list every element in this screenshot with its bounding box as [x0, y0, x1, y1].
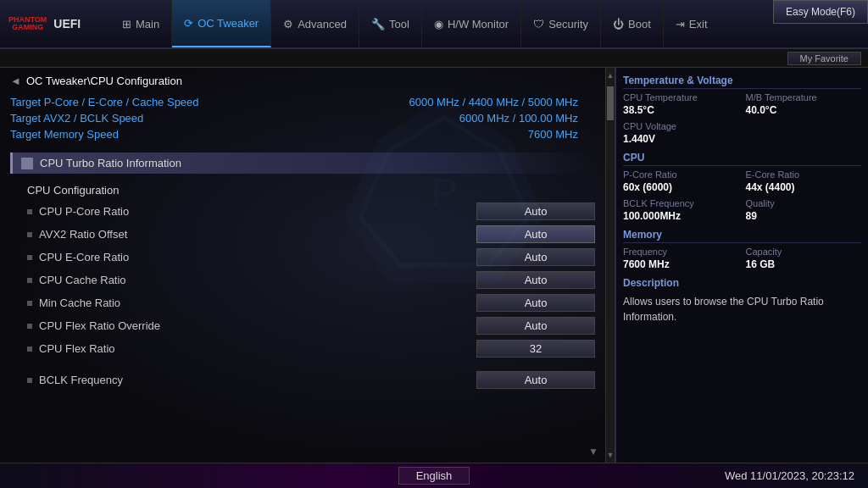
mb-temp-label: M/B Temperature [746, 92, 862, 103]
hw-icon: ◉ [434, 18, 443, 30]
config-label-3: CPU E-Core Ratio [39, 251, 129, 263]
advanced-icon: ⚙ [283, 18, 293, 30]
nav-item-exit[interactable]: ⇥ Exit [664, 0, 720, 47]
desc-text: Allows users to browse the CPU Turbo Rat… [623, 294, 861, 324]
quality-value: 89 [746, 210, 862, 222]
target-label-1: Target P-Core / E-Core / Cache Speed [10, 96, 199, 108]
target-label-2: Target AVX2 / BCLK Speed [10, 112, 143, 125]
row-indicator [27, 278, 32, 283]
target-info: Target P-Core / E-Core / Cache Speed 600… [10, 94, 595, 142]
freq-value: 7600 MHz [623, 258, 739, 270]
right-panel: Temperature & Voltage CPU Temperature M/… [615, 68, 868, 463]
datetime-display: Wed 11/01/2023, 20:23:12 [725, 469, 854, 482]
bottom-bar: English Wed 11/01/2023, 20:23:12 [0, 463, 868, 488]
table-row: CPU Flex Ratio 32 [27, 337, 595, 360]
row-indicator [27, 324, 32, 329]
bclk-row: BCLK Frequency Auto [27, 369, 595, 391]
config-value-5[interactable]: Auto [476, 294, 595, 312]
table-row: CPU Flex Ratio Override Auto [27, 314, 595, 337]
table-row: CPU Cache Ratio Auto [27, 269, 595, 291]
temp-voltage-section: Temperature & Voltage CPU Temperature M/… [623, 75, 861, 145]
breadcrumb-path: OC Tweaker\CPU Configuration [26, 75, 182, 87]
config-label-5: Min Cache Ratio [39, 297, 120, 309]
config-label-7: CPU Flex Ratio [39, 342, 115, 355]
target-row-2: Target AVX2 / BCLK Speed 6000 MHz / 100.… [10, 110, 595, 126]
config-label-4: CPU Cache Ratio [39, 274, 126, 286]
cpu-temp-value: 38.5°C [623, 104, 739, 116]
logo-area: PHANTOM GAMING UEFI [0, 16, 110, 31]
back-arrow[interactable]: ◄ [10, 75, 21, 87]
nav-item-oc-tweaker[interactable]: ⟳ OC Tweaker [172, 0, 271, 47]
config-value-4[interactable]: Auto [476, 271, 595, 289]
section-icon [21, 158, 33, 169]
config-label-2: AVX2 Ratio Offset [39, 228, 127, 241]
table-row: CPU E-Core Ratio Auto [27, 246, 595, 269]
table-row: Min Cache Ratio Auto [27, 291, 595, 314]
nav-item-advanced[interactable]: ⚙ Advanced [271, 0, 359, 47]
target-row-1: Target P-Core / E-Core / Cache Speed 600… [10, 94, 595, 110]
target-row-3: Target Memory Speed 7600 MHz [10, 126, 595, 142]
my-favorite-button[interactable]: My Favorite [787, 52, 861, 65]
bclk-value[interactable]: Auto [476, 371, 595, 389]
bclk-indicator [27, 378, 32, 383]
bclk-label: BCLK Frequency [39, 374, 123, 386]
nav-item-security[interactable]: 🛡 Security [521, 0, 601, 47]
nav-item-main[interactable]: ⊞ Main [110, 0, 172, 47]
quality-label: Quality [746, 198, 862, 208]
breadcrumb: ◄ OC Tweaker\CPU Configuration [10, 75, 595, 87]
config-value-2[interactable]: Auto [476, 225, 595, 243]
exit-icon: ⇥ [676, 18, 685, 30]
desc-title: Description [623, 277, 861, 289]
scroll-down-arrow[interactable]: ▼ [605, 449, 616, 461]
security-icon: 🛡 [533, 18, 544, 30]
capacity-value: 16 GB [746, 258, 862, 270]
cpu-section: CPU P-Core Ratio E-Core Ratio 60x (6000)… [623, 152, 861, 222]
language-selector[interactable]: English [398, 467, 470, 485]
capacity-label: Capacity [746, 247, 862, 257]
pcore-ratio-label: P-Core Ratio [623, 169, 739, 180]
pcore-ratio-value: 60x (6000) [623, 181, 739, 193]
oc-icon: ⟳ [184, 17, 193, 30]
table-row: CPU P-Core Ratio Auto [27, 200, 595, 223]
target-value-3: 7600 MHz [528, 128, 578, 141]
target-value-1: 6000 MHz / 4400 MHz / 5000 MHz [409, 96, 578, 108]
cpu-title: CPU [623, 152, 861, 166]
scroll-thumb[interactable] [607, 86, 614, 120]
config-rows: CPU P-Core Ratio Auto AVX2 Ratio Offset … [27, 200, 595, 360]
row-indicator [27, 301, 32, 306]
row-indicator [27, 209, 32, 214]
bclk-freq-label: BCLK Frequency [623, 198, 739, 208]
cpu-voltage-value: 1.440V [623, 133, 739, 145]
nav-bar: ⊞ Main ⟳ OC Tweaker ⚙ Advanced 🔧 Tool ◉ … [110, 0, 868, 47]
config-label-1: CPU P-Core Ratio [39, 205, 129, 218]
favorite-bar: My Favorite [0, 49, 868, 68]
table-row: AVX2 Ratio Offset Auto [27, 223, 595, 246]
target-value-2: 6000 MHz / 100.00 MHz [459, 112, 578, 125]
config-value-3[interactable]: Auto [476, 248, 595, 266]
freq-label: Frequency [623, 247, 739, 257]
description-section: Description Allows users to browse the C… [623, 277, 861, 324]
target-label-3: Target Memory Speed [10, 128, 119, 141]
nav-item-boot[interactable]: ⏻ Boot [601, 0, 664, 47]
section-label: CPU Turbo Ratio Information [40, 157, 181, 169]
memory-section: Memory Frequency Capacity 7600 MHz 16 GB [623, 229, 861, 270]
section-header[interactable]: CPU Turbo Ratio Information [10, 152, 595, 174]
boot-icon: ⏻ [613, 18, 624, 30]
ecore-ratio-label: E-Core Ratio [746, 169, 862, 180]
sub-section-label: CPU Configuration [10, 179, 595, 200]
row-indicator [27, 255, 32, 260]
config-value-6[interactable]: Auto [476, 317, 595, 335]
nav-item-tool[interactable]: 🔧 Tool [359, 0, 422, 47]
row-indicator [27, 347, 32, 352]
scroll-up-arrow[interactable]: ▲ [605, 69, 616, 81]
row-indicator [27, 232, 32, 237]
scroll-down-indicator: ▼ [588, 446, 598, 458]
nav-item-hw-monitor[interactable]: ◉ H/W Monitor [422, 0, 521, 47]
config-value-7[interactable]: 32 [476, 340, 595, 358]
bclk-freq-value: 100.000MHz [623, 210, 739, 222]
easy-mode-button[interactable]: Easy Mode(F6) [773, 0, 868, 24]
config-value-1[interactable]: Auto [476, 202, 595, 220]
scrollbar[interactable]: ▲ ▼ [605, 68, 615, 463]
temp-voltage-title: Temperature & Voltage [623, 75, 861, 89]
config-label-6: CPU Flex Ratio Override [39, 319, 160, 332]
